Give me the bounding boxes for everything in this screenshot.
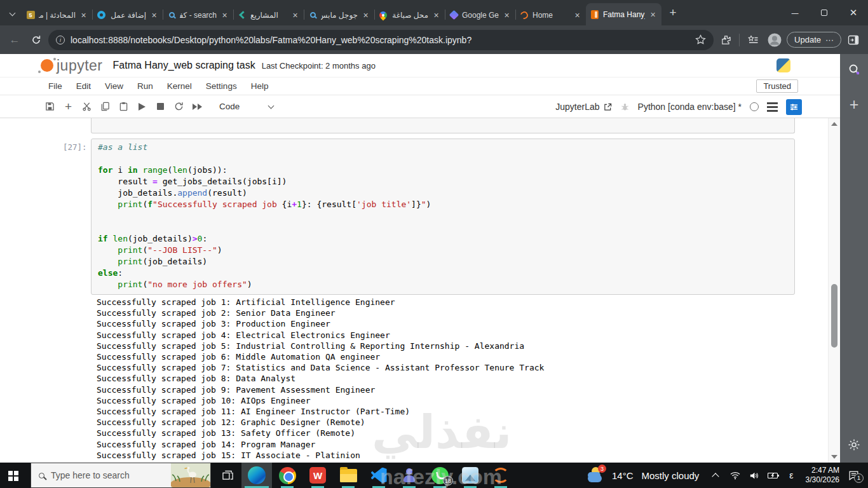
menu-item-run[interactable]: Run (137, 81, 153, 91)
puzzle-icon (721, 34, 731, 45)
code-area[interactable]: #as a list for i in range(len(jobs)): re… (98, 142, 789, 290)
favorite-star-icon[interactable] (695, 34, 706, 45)
taskbar-search-box[interactable]: Type here to search (31, 463, 211, 488)
cell-type-dropdown[interactable]: Code (219, 102, 273, 111)
tab-close-icon[interactable]: × (573, 10, 582, 20)
maximize-button[interactable] (810, 0, 839, 25)
tab-close-icon[interactable]: × (361, 10, 370, 20)
browser-tab-notebook[interactable]: Fatma Hany_× (586, 3, 661, 25)
tab-close-icon[interactable]: × (79, 10, 88, 20)
settings-sliders-button[interactable] (786, 99, 802, 115)
notebook-icon (591, 10, 599, 19)
previous-cell-partial[interactable] (91, 118, 795, 133)
taskbar-app-edge[interactable] (241, 463, 272, 488)
tab-close-icon[interactable]: × (290, 10, 300, 20)
sidebar-add-button[interactable]: + (850, 97, 859, 112)
url-bar[interactable]: i localhost:8888/notebooks/Desktop/pytho… (48, 30, 714, 50)
taskbar-app-photos[interactable] (455, 463, 485, 488)
sidebar-toggle-button[interactable] (844, 30, 863, 50)
kernel-name[interactable]: Python [conda env:base] * (638, 102, 742, 112)
taskbar-app-explorer[interactable] (333, 463, 363, 488)
language-indicator[interactable]: ε (789, 470, 793, 480)
task-view-button[interactable] (215, 463, 240, 488)
browser-tab-teal-bracket[interactable]: المشاريع× (233, 4, 304, 25)
tab-close-icon[interactable]: × (149, 10, 159, 20)
new-tab-button[interactable]: + (664, 4, 682, 22)
taskbar-app-teams[interactable] (394, 463, 424, 488)
hidden-icons-chevron[interactable] (712, 473, 719, 480)
browser-tab-gemini[interactable]: Google Gem× (445, 4, 515, 25)
menu-item-edit[interactable]: Edit (76, 81, 91, 91)
back-button[interactable]: ← (5, 30, 24, 50)
start-button[interactable] (0, 463, 31, 488)
url-text[interactable]: localhost:8888/notebooks/Desktop/python%… (71, 35, 689, 45)
collections-button[interactable] (743, 30, 763, 50)
sidebar-search-button[interactable] (848, 63, 860, 78)
tab-close-icon[interactable]: × (431, 10, 441, 20)
jupyterlab-label: JupyterLab (555, 102, 599, 112)
minimize-button[interactable]: ─ (780, 0, 810, 25)
interrupt-kernel-button[interactable] (155, 101, 166, 112)
menu-item-help[interactable]: Help (251, 81, 269, 91)
notebook-title[interactable]: Fatma Hany_web scraping task (113, 60, 255, 71)
menu-item-file[interactable]: File (48, 81, 62, 91)
scrollbar-thumb[interactable] (831, 284, 837, 348)
notification-center-button[interactable]: 1 (848, 471, 859, 480)
browser-tab-badge5[interactable]: 5المحادثة | مرك× (22, 4, 92, 25)
browser-tab-jupyter-spinner[interactable]: Home× (515, 4, 586, 25)
menu-item-view[interactable]: View (105, 81, 123, 91)
taskbar-app-word[interactable]: W (302, 463, 333, 488)
site-info-icon[interactable]: i (56, 36, 65, 44)
search-highlight-image[interactable] (171, 463, 210, 488)
scroll-down-arrow-icon[interactable] (831, 455, 837, 459)
tab-search-button[interactable] (4, 5, 20, 23)
tab-close-icon[interactable]: × (502, 10, 512, 20)
scroll-up-arrow-icon[interactable] (831, 122, 837, 126)
browser-tab-blue-dot[interactable]: إضافة عمل ج× (92, 4, 163, 25)
browser-tab-magnifier[interactable]: جوجل مابس -× (304, 4, 374, 25)
weather-temp: 14°C (612, 470, 634, 481)
profile-avatar[interactable] (765, 30, 784, 50)
open-jupyterlab-link[interactable]: JupyterLab (555, 102, 611, 112)
trusted-button[interactable]: Trusted (756, 79, 798, 93)
browser-tab-maps-pin[interactable]: محل صباغة -× (374, 4, 445, 25)
volume-button[interactable] (749, 471, 759, 480)
taskbar-app-vscode[interactable] (363, 463, 394, 488)
jupyter-logo[interactable]: jupyter (41, 57, 103, 74)
tab-title: Home (532, 11, 569, 20)
task-view-icon (222, 470, 233, 481)
close-button[interactable]: ✕ (839, 0, 868, 25)
jupyter-menubar: FileEditViewRunKernelSettingsHelp Truste… (0, 78, 868, 95)
copy-cell-button[interactable] (100, 101, 111, 112)
code-cell[interactable]: #as a list for i in range(len(jobs)): re… (91, 139, 795, 295)
jupyter-spinner-icon (519, 10, 529, 20)
refresh-button[interactable] (27, 30, 46, 50)
browser-tab-magnifier[interactable]: search - كفيل× (163, 4, 233, 25)
battery-button[interactable] (768, 472, 779, 479)
menu-item-settings[interactable]: Settings (206, 81, 237, 91)
taskbar-clock[interactable]: 2:47 AM 3/30/2026 (806, 466, 839, 485)
taskbar-app-whatsapp[interactable]: 18 (424, 463, 455, 488)
taskbar-app-jupyter[interactable] (485, 463, 516, 488)
notifications-menu-icon[interactable] (767, 102, 778, 112)
tab-close-icon[interactable]: × (220, 10, 229, 20)
taskbar-app-chrome[interactable] (272, 463, 302, 488)
run-cell-button[interactable] (137, 101, 147, 112)
page-scrollbar[interactable] (828, 118, 840, 463)
extensions-button[interactable] (716, 30, 735, 50)
weather-widget[interactable]: 3 14°C Mostly cloudy (580, 466, 705, 484)
rail-divider (846, 429, 862, 430)
debugger-bug-icon[interactable] (620, 102, 630, 112)
add-cell-button[interactable]: + (63, 101, 74, 112)
restart-run-all-button[interactable] (192, 101, 203, 112)
update-label: Update (794, 35, 821, 44)
wifi-button[interactable] (730, 471, 740, 480)
tab-close-icon[interactable]: × (648, 10, 658, 20)
paste-cell-button[interactable] (118, 101, 129, 112)
menu-item-kernel[interactable]: Kernel (167, 81, 192, 91)
update-button[interactable]: Update ··· (787, 32, 841, 48)
cut-cell-button[interactable] (81, 101, 92, 112)
restart-kernel-button[interactable] (173, 101, 184, 112)
sidebar-settings-button[interactable] (848, 438, 860, 454)
save-button[interactable] (44, 101, 55, 112)
